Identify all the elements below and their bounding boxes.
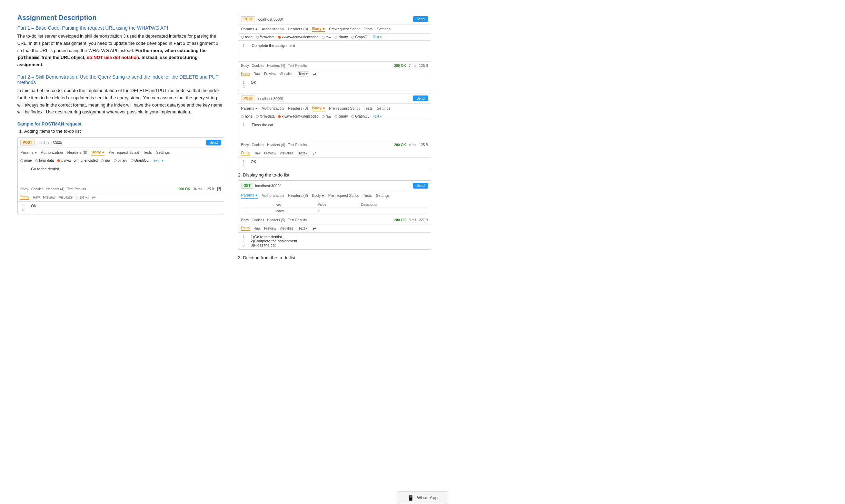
pm-radio-none-dot [20,159,23,162]
pm-radio-left: none form-data x-www-form-urlencoded raw… [18,157,224,164]
left-column: Assignment Description Part 1 – Base Cod… [17,14,224,220]
pm-text-select-left[interactable]: Text ▾ [76,195,89,200]
part1-text: The to-do list server developed in skill… [17,33,224,69]
pm-resp-body-r2: 1OK 2 [238,158,431,170]
pm-url-r1: localhost:3000/ [257,17,411,21]
pm-tab-params-r1[interactable]: Params ● [241,26,258,32]
pm-radio-r2: none form-data x-www-form-urlencoded raw… [238,113,431,120]
pm-tab-tests[interactable]: Tests [143,150,152,155]
pm-method-get: GET [241,183,253,189]
pm-tabs-r1: Params ● Authorization Headers (8) Body … [238,24,431,34]
pm-tab-body[interactable]: Body ● [91,149,104,155]
page-layout: Assignment Description Part 1 – Base Cod… [17,14,828,266]
pm-tab-headers-r1[interactable]: Headers (8) [288,26,308,32]
pm-method-r1: POST [241,16,255,22]
pm-resp-body-get: 11)Go to the dentist 22)Complete the ass… [238,233,431,249]
pm-tab-body-r1[interactable]: Body ● [312,26,325,32]
pm-resp-cookies[interactable]: Cookies [31,187,43,192]
pm-body-text-r2: Floss the cat [252,123,273,127]
pm-tab-prerequest-r1[interactable]: Pre-request Script [329,26,360,32]
pm-tabs-get: Params ● Authorization Headers (8) Body … [238,191,431,200]
pm-text-select-r2[interactable]: Text▾ [297,151,309,156]
pm-tab-prerequest[interactable]: Pre-request Script [108,150,139,155]
pm-time-left: 36 ms [193,187,202,191]
pm-tab-auth[interactable]: Authorization [41,150,63,155]
page-title: Assignment Description [17,14,224,22]
pm-tab-params[interactable]: Params ● [20,150,37,155]
pm-send-r2[interactable]: Send [413,95,428,101]
section-displaying: 2. Displaying the to-do list GET localho… [238,172,431,250]
pm-status-get: 200 OK [394,218,406,222]
pm-response-bar-get: Body Cookies Headers (5) Test Results 20… [238,216,431,224]
pm-resp-body[interactable]: Body [20,187,28,192]
pm-response-bar-left: Body Cookies Headers (4) Test Results 20… [18,185,224,193]
pm-tab-auth-r1[interactable]: Authorization [262,26,284,32]
pm-body-text-left: Go to the dentist [31,167,59,171]
pm-preview-tab-left[interactable]: Preview [43,195,56,199]
pm-visualize-tab-left[interactable]: Visualize [59,195,73,199]
pm-tab-settings[interactable]: Settings [156,150,170,155]
pm-raw-tab-left[interactable]: Raw [33,195,40,199]
pm-resp-headers[interactable]: Headers (4) [46,187,64,192]
pm-text-select-r1[interactable]: Text▾ [297,71,309,77]
pm-radio-formdata-dot [35,159,38,162]
part2-title: Part 2 – Skill Demonstration: Use the Qu… [17,74,224,85]
pm-url-bar-r1: POST localhost:3000/ Send [238,14,431,24]
pm-send-left[interactable]: Send [206,140,221,145]
pm-body-r1: 1 Complete the assignment [238,41,431,61]
pm-resp-text-3-get: 3)Floss the cat [251,243,276,247]
postman-mock-left: POST localhost:3000/ Send Params ● Autho… [17,137,224,214]
item3-label: Deleting from the to-do list [243,255,295,260]
part1-section: Part 1 – Base Code: Parsing the request … [17,25,224,69]
pm-size-left: 125 B [205,187,214,191]
pm-method-left: POST [20,140,34,145]
postman-mock-get: GET localhost:3000/ Send Params ● Author… [238,180,431,250]
pm-response-bar-r2: Body Cookies Headers (4) Test Results 20… [238,141,431,149]
pm-url-left: localhost:3000/ [37,141,204,145]
pm-text-chevron-left: ▾ [162,159,163,162]
sample-title: Sample for POSTMAN request [17,121,224,127]
pm-text-select-get[interactable]: Text▾ [297,226,309,231]
pm-resp-text-1-left: OK [31,204,37,208]
pm-line-1-num: 1 [22,167,27,171]
pm-radio-none: none [20,159,32,162]
item2-label: Displaying the to-do list [243,172,289,178]
pm-wrap-icon-left: ⇌ [92,195,96,200]
pm-response-body-left: 1 OK 2 [18,202,224,214]
part2-text: In this part of the code, update the imp… [17,87,224,116]
pm-radio-r1: none form-data x-www-form-urlencoded raw… [238,34,431,41]
pm-send-r1[interactable]: Send [413,16,428,22]
postman-mock-right1: POST localhost:3000/ Send Params ● Autho… [238,14,431,91]
pm-pretty-tab-left[interactable]: Pretty [20,195,29,200]
pm-status-r1: 200 OK [394,64,406,68]
pm-resp-body-r1: 1OK 2 [238,78,431,91]
pm-send-get[interactable]: Send [413,183,428,189]
pm-url-get: localhost:3000/ [255,184,411,188]
part1-red: do NOT use dot notation. [87,55,140,60]
pm-status-left: 200 OK [178,187,190,191]
pm-resp-tabs-get: Pretty Raw Preview Visualize Text▾ ⇌ [238,224,431,233]
pm-radio-raw-dot [101,159,104,162]
pm-tab-tests-r1[interactable]: Tests [364,26,373,32]
pm-resp-text-2-get: 2)Complete the assignment [251,239,297,243]
pm-radio-graphql-dot [131,159,133,162]
pm-radio-binary-dot [114,159,117,162]
pm-tab-headers[interactable]: Headers (8) [67,150,87,155]
pm-text-label-left: Text [152,159,158,162]
section-deleting: 3. Deleting from the to-do list [238,255,431,260]
param-value: 1 [315,208,358,214]
pm-resp-text-1-get: 1)Go to the dentist [251,235,282,239]
pm-tabs-r2: Params ● Authorization Headers (8) Body … [238,104,431,113]
pm-body-left: 1 Go to the dentist [18,164,224,185]
pm-tab-settings-r1[interactable]: Settings [377,26,390,32]
pm-resp-tabs-r1: Pretty Raw Preview Visualize Text▾ ⇌ [238,70,431,78]
pm-status-r2: 200 OK [394,143,406,147]
pm-url-r2: localhost:3000/ [257,97,411,101]
pm-url-bar-r2: POST localhost:3000/ Send [238,93,431,104]
pm-resp-testresults[interactable]: Test Results [67,187,86,192]
pm-response-bar-r1: Body Cookies Headers (4) Test Results 20… [238,61,431,70]
part2-section: Part 2 – Skill Demonstration: Use the Qu… [17,74,224,116]
pm-save-icon: 💾 [217,187,221,191]
sample-item-1: Adding items to the to-do list [24,129,224,134]
pm-text-r1: Text ▾ [373,35,382,39]
